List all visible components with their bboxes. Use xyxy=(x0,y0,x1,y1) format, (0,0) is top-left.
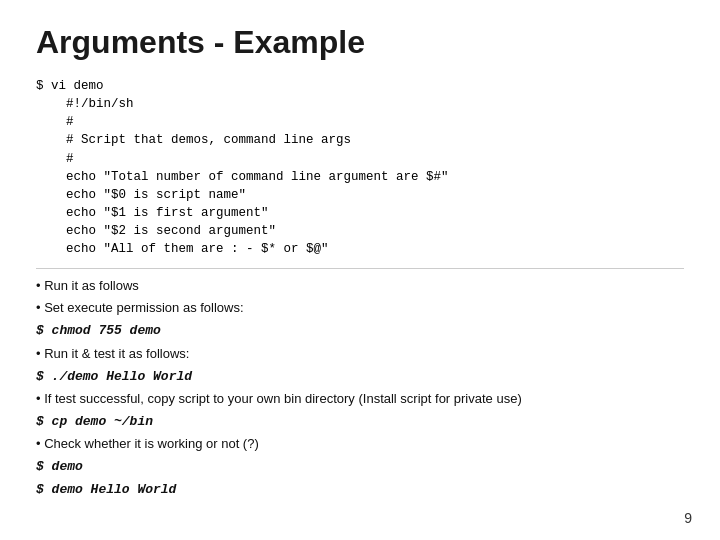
bullet-5: • Check whether it is working or not (?) xyxy=(36,436,259,451)
demo-command: $ demo xyxy=(36,459,83,474)
divider xyxy=(36,268,684,269)
chmod-command: $ chmod 755 demo xyxy=(36,323,161,338)
bullet-3: • Run it & test it as follows: xyxy=(36,346,189,361)
demo-run-command: $ ./demo Hello World xyxy=(36,369,192,384)
page-number: 9 xyxy=(684,510,692,526)
bullet-4: • If test successful, copy script to you… xyxy=(36,391,522,406)
cp-command: $ cp demo ~/bin xyxy=(36,414,153,429)
slide: Arguments - Example $ vi demo #!/bin/sh … xyxy=(0,0,720,540)
bullet-list: • Run it as follows • Set execute permis… xyxy=(36,275,684,501)
code-block: $ vi demo #!/bin/sh # # Script that demo… xyxy=(36,77,684,258)
bullet-2: • Set execute permission as follows: xyxy=(36,300,244,315)
demo-hello-world-command: $ demo Hello World xyxy=(36,482,176,497)
bullet-1: • Run it as follows xyxy=(36,278,139,293)
slide-title: Arguments - Example xyxy=(36,24,684,61)
